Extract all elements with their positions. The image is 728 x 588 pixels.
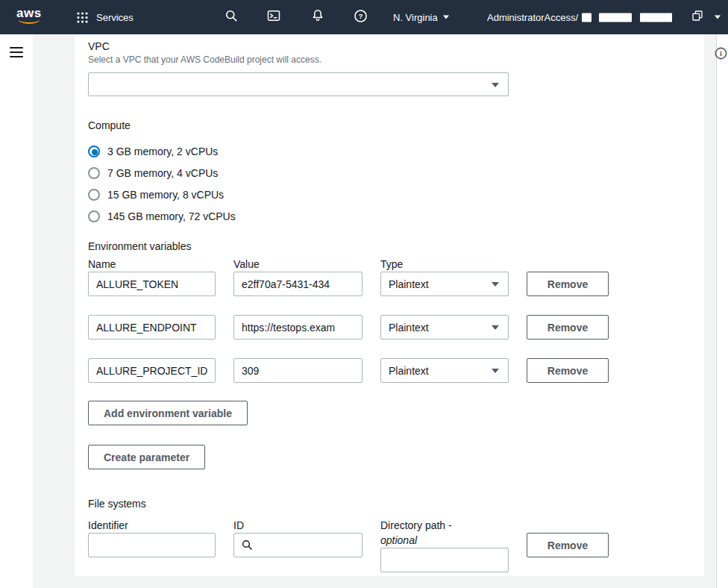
env-var-row: Plaintext Remove: [88, 358, 691, 383]
env-var-type-select[interactable]: Plaintext: [380, 315, 509, 340]
chevron-down-icon: [492, 369, 499, 373]
chevron-down-icon: [443, 16, 449, 19]
file-system-directory-column: Directory path - optional: [380, 518, 509, 572]
env-var-type-select[interactable]: Plaintext: [380, 272, 509, 296]
remove-env-var-button[interactable]: Remove: [527, 315, 609, 340]
aws-logo-smile: [19, 19, 40, 24]
services-label: Services: [96, 12, 134, 23]
env-var-value-input[interactable]: [233, 358, 363, 383]
nav-overflow-chevron-icon[interactable]: [715, 16, 721, 19]
menu-hamburger-button[interactable]: [10, 47, 23, 57]
column-header-directory-path: Directory path - optional: [380, 518, 509, 548]
copy-stack-button[interactable]: [689, 9, 706, 25]
region-selector[interactable]: N. Virginia: [393, 12, 449, 23]
file-system-id-search: [233, 533, 363, 557]
right-help-rail: [716, 34, 728, 588]
radio-unselected: [88, 210, 100, 222]
help-button[interactable]: ?: [352, 9, 368, 25]
search-button[interactable]: [223, 9, 239, 25]
remove-file-system-button[interactable]: Remove: [527, 533, 609, 557]
env-var-row: Plaintext Remove: [88, 272, 691, 296]
vpc-section-title: VPC: [88, 40, 691, 53]
top-navigation-bar: aws Services: [0, 0, 728, 34]
env-var-name-input[interactable]: [88, 315, 216, 340]
question-icon: ?: [353, 8, 368, 27]
region-label: N. Virginia: [393, 12, 438, 23]
account-menu[interactable]: AdministratorAccess/: [487, 12, 672, 23]
file-systems-section-title: File systems: [88, 496, 691, 511]
vpc-select[interactable]: [88, 72, 509, 96]
compute-option-7gb[interactable]: 7 GB memory, 4 vCPUs: [88, 162, 691, 184]
aws-console-page: aws Services: [0, 0, 728, 588]
env-var-name-input[interactable]: [88, 272, 216, 296]
bell-icon: [310, 8, 325, 26]
svg-text:i: i: [720, 49, 722, 57]
chevron-down-icon: [492, 282, 499, 287]
cloudshell-button[interactable]: [266, 9, 282, 25]
file-system-identifier-input[interactable]: [88, 533, 216, 557]
add-environment-variable-button[interactable]: Add environment variable: [88, 401, 248, 425]
search-icon: [224, 8, 239, 26]
compute-option-145gb[interactable]: 145 GB memory, 72 vCPUs: [88, 205, 691, 227]
aws-logo[interactable]: aws: [16, 7, 42, 24]
svg-text:?: ?: [358, 12, 363, 20]
grid-icon: [74, 9, 90, 25]
redacted-account-block: [599, 13, 632, 22]
codebuild-environment-form: VPC Select a VPC that your AWS CodeBuild…: [75, 34, 704, 576]
file-system-id-column: ID: [233, 518, 363, 557]
chevron-down-icon: [492, 83, 499, 87]
column-header-type: Type: [380, 257, 509, 272]
redacted-account-block: [582, 13, 592, 22]
env-vars-column-headers: Name Value Type: [88, 257, 691, 272]
create-parameter-button[interactable]: Create parameter: [88, 445, 205, 469]
column-header-value: Value: [233, 257, 363, 272]
column-header-name: Name: [88, 257, 216, 272]
stack-icon: [691, 9, 704, 25]
file-system-directory-path-input[interactable]: [380, 548, 509, 572]
aws-logo-text: aws: [16, 7, 42, 19]
services-menu-button[interactable]: Services: [74, 9, 134, 25]
file-system-identifier-column: Identifier: [88, 518, 216, 557]
left-sidebar-rail: [0, 34, 33, 588]
column-header-id: ID: [233, 518, 363, 533]
env-var-value-input[interactable]: [233, 315, 363, 340]
vpc-description: Select a VPC that your AWS CodeBuild pro…: [88, 54, 691, 66]
remove-env-var-button[interactable]: Remove: [527, 358, 609, 383]
account-label: AdministratorAccess/: [487, 12, 578, 23]
radio-unselected: [88, 189, 100, 201]
env-var-name-input[interactable]: [88, 358, 216, 383]
env-var-type-select[interactable]: Plaintext: [380, 358, 509, 383]
search-icon: [241, 539, 253, 551]
file-system-remove-column: Remove: [527, 518, 609, 557]
radio-unselected: [88, 167, 100, 179]
compute-option-15gb[interactable]: 15 GB memory, 8 vCPUs: [88, 184, 691, 205]
env-vars-section-title: Environment variables: [88, 239, 691, 254]
chevron-down-icon: [492, 325, 499, 330]
file-systems-row: Identifier ID Directory path - optional: [88, 518, 691, 572]
remove-env-var-button[interactable]: Remove: [527, 272, 609, 296]
compute-section-title: Compute: [88, 118, 691, 133]
redacted-account-block: [640, 13, 672, 22]
compute-option-3gb[interactable]: 3 GB memory, 2 vCPUs: [88, 140, 691, 162]
notifications-button[interactable]: [310, 9, 326, 25]
env-var-row: Plaintext Remove: [88, 315, 691, 340]
info-icon[interactable]: i: [714, 46, 728, 63]
radio-selected: [88, 146, 100, 157]
column-header-identifier: Identifier: [88, 518, 216, 533]
terminal-icon: [266, 8, 281, 26]
env-var-value-input[interactable]: [233, 272, 363, 296]
